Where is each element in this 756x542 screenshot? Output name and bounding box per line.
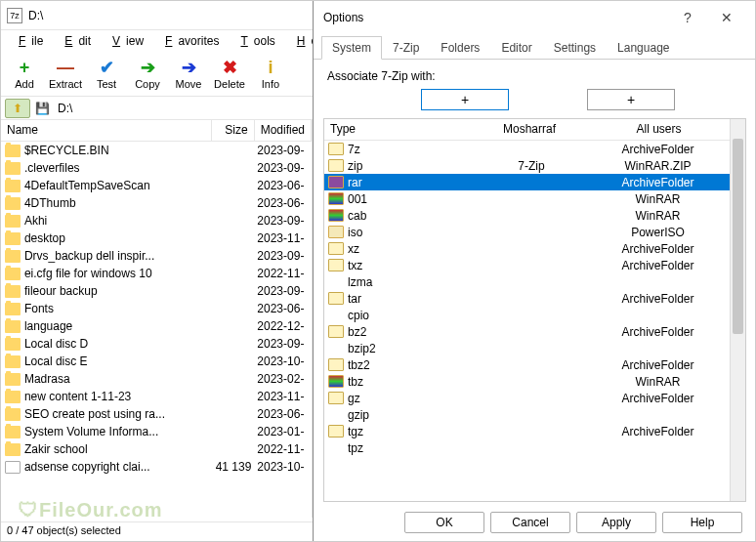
menu-favorites[interactable]: Favorites xyxy=(153,32,225,50)
assoc-row[interactable]: tbz2ArchiveFolder xyxy=(324,356,730,373)
file-row[interactable]: Local disc E2023-10- xyxy=(1,353,312,370)
assoc-col-type[interactable]: Type xyxy=(324,119,471,140)
folder-icon xyxy=(5,268,21,280)
toolbar-delete-button[interactable]: ✖Delete xyxy=(210,56,249,92)
drive-icon: 💾 xyxy=(34,101,50,116)
file-row[interactable]: Madrasa2023-02- xyxy=(1,370,312,388)
menu-view[interactable]: View xyxy=(101,32,149,50)
file-row[interactable]: Local disc D2023-09- xyxy=(1,335,312,353)
filetype-icon xyxy=(328,226,344,238)
file-row[interactable]: Zakir school2022-11- xyxy=(1,440,312,458)
filetype-icon xyxy=(328,176,344,188)
toolbar-test-button[interactable]: ✔Test xyxy=(87,56,126,92)
assoc-row[interactable]: bzip2 xyxy=(324,340,730,356)
assoc-row[interactable]: xzArchiveFolder xyxy=(324,240,730,257)
tab-editor[interactable]: Editor xyxy=(490,36,542,59)
tab-7zip[interactable]: 7-Zip xyxy=(382,36,430,59)
filetype-icon xyxy=(328,325,344,338)
assoc-row[interactable]: bz2ArchiveFolder xyxy=(324,323,730,340)
extract-icon: — xyxy=(56,58,75,77)
assoc-row[interactable]: tbzWinRAR xyxy=(324,373,730,390)
assoc-row[interactable]: tarArchiveFolder xyxy=(324,290,730,307)
file-row[interactable]: $RECYCLE.BIN2023-09- xyxy=(1,142,312,159)
file-row[interactable]: language2022-12- xyxy=(1,317,312,335)
tab-system[interactable]: System xyxy=(321,36,382,60)
delete-icon: ✖ xyxy=(220,58,239,77)
cancel-button[interactable]: Cancel xyxy=(490,512,570,533)
assoc-row[interactable]: zip7-ZipWinRAR.ZIP xyxy=(324,157,730,174)
filetype-icon xyxy=(328,292,344,305)
folder-icon xyxy=(5,443,21,456)
folder-icon xyxy=(5,197,21,210)
file-row[interactable]: adsense copyright clai...41 1392023-10- xyxy=(1,458,312,476)
folder-icon xyxy=(5,408,21,421)
file-row[interactable]: 4DefaultTempSaveScan2023-06- xyxy=(1,177,312,194)
folder-icon xyxy=(5,373,21,386)
file-row[interactable]: desktop2023-11- xyxy=(1,229,312,247)
tab-folders[interactable]: Folders xyxy=(430,36,490,59)
file-row[interactable]: 4DThumb2023-06- xyxy=(1,194,312,212)
toolbar-extract-button[interactable]: —Extract xyxy=(46,56,85,92)
folder-icon xyxy=(5,426,21,438)
ok-button[interactable]: OK xyxy=(404,512,484,533)
menu-edit[interactable]: Edit xyxy=(53,32,97,50)
add-icon: + xyxy=(15,58,34,77)
toolbar-copy-button[interactable]: ➔Copy xyxy=(128,56,167,92)
options-dialog: Options ? ✕ System7-ZipFoldersEditorSett… xyxy=(313,1,756,542)
tab-settings[interactable]: Settings xyxy=(543,36,607,59)
assoc-row[interactable]: 7zArchiveFolder xyxy=(324,141,730,157)
apply-button[interactable]: Apply xyxy=(576,512,656,533)
folder-icon xyxy=(5,162,21,175)
folder-icon xyxy=(5,355,21,368)
col-name[interactable]: Name xyxy=(1,120,212,141)
toolbar-info-button[interactable]: iInfo xyxy=(251,56,290,92)
file-row[interactable]: new content 1-11-232023-11- xyxy=(1,388,312,405)
file-row[interactable]: .cleverfiles2023-09- xyxy=(1,159,312,177)
plus-user-button[interactable]: + xyxy=(421,89,509,110)
assoc-row[interactable]: gzip xyxy=(324,406,730,423)
filetype-icon xyxy=(328,275,344,288)
dialog-help-icon[interactable]: ? xyxy=(668,10,707,25)
toolbar-move-button[interactable]: ➔Move xyxy=(169,56,208,92)
file-list-header: Name Size Modified xyxy=(1,120,312,142)
filetype-icon xyxy=(328,259,344,271)
status-bar: 0 / 47 object(s) selected xyxy=(1,521,313,541)
file-row[interactable]: ei.cfg file for windows 102022-11- xyxy=(1,265,312,282)
help-button[interactable]: Help xyxy=(662,512,742,533)
assoc-row[interactable]: txzArchiveFolder xyxy=(324,257,730,273)
assoc-col-user[interactable]: Mosharraf xyxy=(471,119,588,140)
up-button[interactable]: ⬆ xyxy=(5,99,30,118)
filetype-icon xyxy=(328,408,344,421)
menu-file[interactable]: File xyxy=(7,32,49,50)
file-row[interactable]: Drvs_backup dell inspir...2023-09- xyxy=(1,247,312,265)
copy-icon: ➔ xyxy=(138,58,157,77)
assoc-row[interactable]: 001WinRAR xyxy=(324,190,730,207)
assoc-row[interactable]: tgzArchiveFolder xyxy=(324,423,730,439)
assoc-row[interactable]: tpz xyxy=(324,439,730,456)
file-row[interactable]: Fonts2023-06- xyxy=(1,300,312,317)
menu-tools[interactable]: Tools xyxy=(229,32,280,50)
col-size[interactable]: Size xyxy=(212,120,255,141)
assoc-row[interactable]: isoPowerISO xyxy=(324,224,730,240)
assoc-scrollbar[interactable] xyxy=(730,119,745,501)
file-row[interactable]: System Volume Informa...2023-01- xyxy=(1,423,312,440)
assoc-row[interactable]: cpio xyxy=(324,307,730,323)
app-icon: 7z xyxy=(7,8,22,23)
assoc-col-allusers[interactable]: All users xyxy=(588,119,730,140)
dialog-title: Options xyxy=(323,11,668,24)
assoc-row[interactable]: lzma xyxy=(324,273,730,290)
folder-icon xyxy=(5,180,21,192)
toolbar-add-button[interactable]: +Add xyxy=(5,56,44,92)
file-row[interactable]: Akhi2023-09- xyxy=(1,212,312,229)
assoc-row[interactable]: cabWinRAR xyxy=(324,207,730,224)
assoc-row[interactable]: rarArchiveFolder xyxy=(324,174,730,190)
filetype-icon xyxy=(328,209,344,222)
col-modified[interactable]: Modified xyxy=(255,120,312,141)
dialog-close-icon[interactable]: ✕ xyxy=(707,10,746,25)
filetype-icon xyxy=(328,159,344,172)
file-row[interactable]: fileour backup2023-09- xyxy=(1,282,312,300)
plus-allusers-button[interactable]: + xyxy=(587,89,675,110)
file-row[interactable]: SEO create post using ra...2023-06- xyxy=(1,405,312,423)
tab-language[interactable]: Language xyxy=(607,36,680,59)
assoc-row[interactable]: gzArchiveFolder xyxy=(324,390,730,406)
